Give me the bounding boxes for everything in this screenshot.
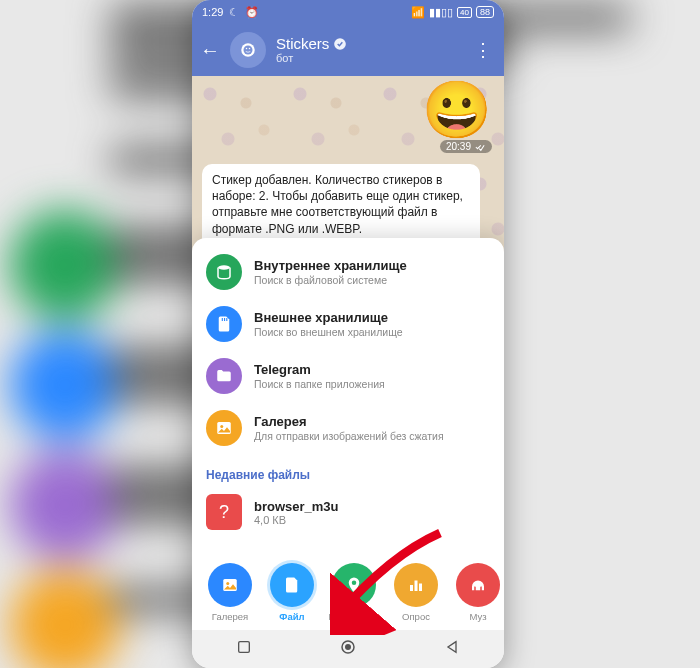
chat-subtitle: бот	[276, 52, 460, 65]
chat-title: Stickers	[276, 35, 329, 52]
svg-point-3	[249, 48, 251, 50]
svg-rect-7	[224, 318, 225, 321]
attach-label: Опрос	[402, 611, 430, 622]
nav-home-button[interactable]	[339, 638, 357, 660]
svg-point-5	[218, 265, 230, 270]
status-time: 1:29	[202, 6, 223, 18]
status-bar: 1:29 ☾ ⏰ 📶 ▮▮▯▯ 40 88	[192, 0, 504, 24]
recent-file-item[interactable]: ? browser_m3u 4,0 КВ	[192, 488, 504, 536]
file-size: 4,0 КВ	[254, 514, 339, 526]
folder-icon	[206, 358, 242, 394]
svg-rect-17	[238, 642, 249, 653]
svg-rect-16	[419, 584, 422, 592]
attachment-sheet: Внутреннее хранилищеПоиск в файловой сис…	[192, 238, 504, 630]
image-icon	[208, 563, 252, 607]
attach-label: Геопозиция	[329, 611, 380, 622]
double-check-icon	[474, 142, 486, 152]
grinning-emoji-icon: 😀	[422, 82, 492, 138]
outgoing-sticker[interactable]: 😀 20:39	[422, 82, 492, 153]
svg-point-1	[244, 46, 253, 55]
chat-title-block[interactable]: Stickers бот	[276, 35, 460, 65]
source-item-sd-card[interactable]: Внешнее хранилищеПоиск во внешнем хранил…	[192, 298, 504, 350]
verified-icon	[333, 37, 347, 51]
recent-files-header: Недавние файлы	[192, 458, 504, 488]
sd-card-icon	[206, 306, 242, 342]
alarm-icon: ⏰	[245, 6, 259, 19]
source-item-storage[interactable]: Внутреннее хранилищеПоиск в файловой сис…	[192, 246, 504, 298]
square-icon	[236, 639, 252, 655]
source-item-image[interactable]: ГалереяДля отправки изображений без сжат…	[192, 402, 504, 454]
bars-icon	[394, 563, 438, 607]
svg-rect-6	[222, 318, 223, 321]
attach-poll-button[interactable]: Опрос	[388, 563, 444, 622]
svg-rect-14	[410, 585, 413, 591]
back-button[interactable]: ←	[200, 39, 220, 62]
moon-icon: ☾	[229, 6, 239, 19]
attach-gallery-button[interactable]: Галерея	[202, 563, 258, 622]
svg-point-12	[226, 582, 229, 585]
source-item-folder[interactable]: TelegramПоиск в папке приложения	[192, 350, 504, 402]
signal-icon: ▮▮▯▯	[429, 6, 453, 19]
attach-label: Файл	[279, 611, 304, 622]
storage-icon	[206, 254, 242, 290]
chat-header: ← Stickers бот ⋮	[192, 24, 504, 76]
attach-geo-button[interactable]: Геопозиция	[326, 563, 382, 622]
svg-point-19	[345, 644, 351, 650]
source-desc: Для отправки изображений без сжатия	[254, 430, 444, 442]
document-icon	[270, 563, 314, 607]
message-timestamp: 20:39	[440, 140, 492, 153]
triangle-left-icon	[444, 639, 460, 655]
pin-icon	[332, 563, 376, 607]
phone-frame: 1:29 ☾ ⏰ 📶 ▮▮▯▯ 40 88 ← Stickers бот ⋮ 😀	[192, 0, 504, 668]
attach-label: Муз	[469, 611, 486, 622]
message-text: Стикер добавлен. Количество стикеров в н…	[212, 173, 463, 236]
file-unknown-icon: ?	[206, 494, 242, 530]
nav-back-button[interactable]	[444, 639, 460, 659]
source-title: Telegram	[254, 362, 385, 377]
file-name: browser_m3u	[254, 499, 339, 514]
attach-music-button[interactable]: Муз	[450, 563, 504, 622]
source-desc: Поиск в файловой системе	[254, 274, 407, 286]
circle-icon	[339, 638, 357, 656]
headphones-icon	[456, 563, 500, 607]
nav-recent-button[interactable]	[236, 639, 252, 659]
svg-point-10	[220, 425, 223, 428]
chat-avatar[interactable]	[230, 32, 266, 68]
source-desc: Поиск во внешнем хранилище	[254, 326, 403, 338]
system-navbar	[192, 630, 504, 668]
source-desc: Поиск в папке приложения	[254, 378, 385, 390]
battery-icon: 88	[476, 6, 494, 18]
source-title: Внутреннее хранилище	[254, 258, 407, 273]
svg-point-2	[246, 48, 248, 50]
sticker-icon	[239, 41, 257, 59]
attach-file-button[interactable]: Файл	[264, 563, 320, 622]
attachment-type-row: ГалереяФайлГеопозицияОпросМуз	[192, 551, 504, 630]
menu-button[interactable]: ⋮	[470, 39, 496, 61]
svg-rect-8	[226, 318, 227, 321]
source-title: Галерея	[254, 414, 444, 429]
attach-label: Галерея	[212, 611, 248, 622]
image-icon	[206, 410, 242, 446]
wifi-icon: 📶	[411, 6, 425, 19]
volte-icon: 40	[457, 7, 472, 18]
svg-rect-15	[415, 581, 418, 592]
svg-point-13	[352, 581, 357, 586]
source-title: Внешнее хранилище	[254, 310, 403, 325]
source-list: Внутреннее хранилищеПоиск в файловой сис…	[192, 242, 504, 458]
